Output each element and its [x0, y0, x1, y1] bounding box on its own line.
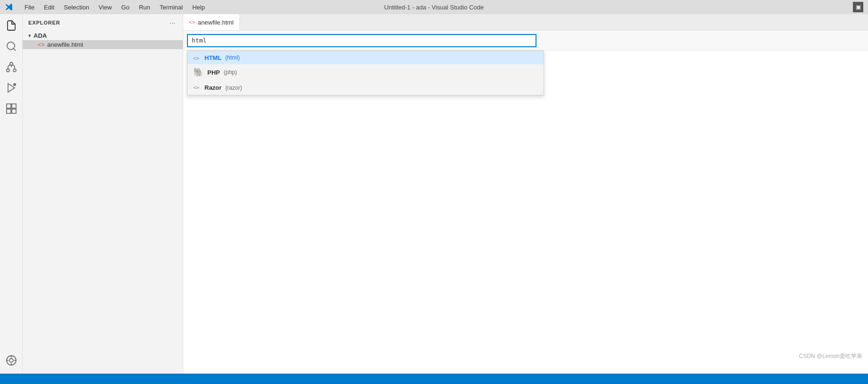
html-lang-icon: <>: [193, 54, 201, 61]
menu-view[interactable]: View: [95, 3, 116, 12]
line-numbers: 1: [183, 52, 206, 374]
window-maximize-btn[interactable]: ▣: [853, 2, 863, 12]
svg-text:<>: <>: [193, 85, 200, 91]
php-lang-icon: 🐘: [193, 67, 204, 77]
svg-rect-8: [12, 104, 16, 108]
tree-folder-ada[interactable]: ▾ ADA: [23, 31, 183, 40]
sidebar: EXPLORER ··· ▾ ADA <> anewfile.html: [23, 14, 183, 374]
titlebar-menu: File Edit Selection View Go Run Terminal…: [21, 3, 209, 12]
vscode-logo-icon: [5, 3, 13, 11]
svg-rect-10: [12, 109, 16, 113]
activity-search[interactable]: [2, 37, 21, 56]
menu-selection[interactable]: Selection: [60, 3, 93, 12]
code-area[interactable]: Select a language to get started. Start …: [206, 52, 868, 374]
activity-settings[interactable]: [2, 351, 21, 370]
menu-edit[interactable]: Edit: [40, 3, 58, 12]
activity-bar: [0, 14, 23, 374]
svg-point-12: [9, 358, 13, 362]
sidebar-title: EXPLORER: [28, 20, 60, 26]
sidebar-more-btn[interactable]: ···: [168, 18, 177, 27]
titlebar: File Edit Selection View Go Run Terminal…: [0, 0, 868, 14]
svg-rect-7: [7, 104, 11, 108]
html-file-icon: <>: [38, 42, 44, 48]
svg-rect-9: [7, 109, 11, 113]
editor-content: 1 Select a language to get started. Star…: [183, 51, 868, 374]
tree-file-anewfile[interactable]: <> anewfile.html: [23, 40, 183, 49]
dropdown-item-html[interactable]: <> HTML (html): [187, 51, 544, 64]
menu-help[interactable]: Help: [188, 3, 209, 12]
menu-file[interactable]: File: [21, 3, 38, 12]
language-dropdown: <> HTML (html) 🐘 PHP (php) <>: [187, 51, 544, 95]
tab-label: anewfile.html: [198, 19, 234, 26]
tab-anewfile[interactable]: <> anewfile.html: [183, 14, 240, 30]
php-lang-ext: (php): [224, 69, 237, 76]
folder-name: ADA: [34, 32, 47, 39]
html-lang-ext: (html): [225, 54, 240, 61]
sidebar-actions: ···: [168, 18, 177, 27]
dropdown-item-razor[interactable]: <> Razor (razor): [187, 80, 544, 95]
language-search-input[interactable]: [187, 34, 536, 47]
php-lang-name: PHP: [207, 69, 220, 76]
razor-lang-icon: <>: [193, 83, 201, 92]
menu-run[interactable]: Run: [135, 3, 154, 12]
activity-run-debug[interactable]: [2, 78, 21, 97]
razor-lang-name: Razor: [204, 84, 221, 91]
svg-line-1: [13, 49, 15, 51]
html-lang-name: HTML: [204, 54, 221, 61]
menu-terminal[interactable]: Terminal: [156, 3, 187, 12]
svg-point-6: [13, 83, 16, 86]
titlebar-right: ▣: [853, 2, 863, 12]
editor-area: <> anewfile.html <> HTML (html): [183, 14, 868, 374]
svg-text:<>: <>: [193, 55, 200, 61]
menu-go[interactable]: Go: [118, 3, 133, 12]
tree-file-label: <> anewfile.html: [28, 41, 83, 48]
activity-source-control[interactable]: [2, 58, 21, 77]
file-name: anewfile.html: [47, 41, 83, 48]
window-title: Untitled-1 - ada - Visual Studio Code: [384, 4, 484, 11]
watermark: CSDN @Lemon爱吃苹果: [799, 352, 862, 360]
dropdown-item-php[interactable]: 🐘 PHP (php): [187, 64, 544, 80]
main-layout: EXPLORER ··· ▾ ADA <> anewfile.html <> a…: [0, 14, 868, 374]
razor-lang-ext: (razor): [225, 85, 242, 91]
svg-point-0: [7, 42, 15, 50]
activity-extensions[interactable]: [2, 99, 21, 118]
status-bar: [0, 374, 868, 384]
activity-explorer[interactable]: [2, 16, 21, 35]
svg-point-3: [7, 69, 9, 72]
activity-bottom: [2, 351, 21, 374]
sidebar-header: EXPLORER ···: [23, 14, 183, 31]
chevron-down-icon: ▾: [28, 33, 31, 38]
tab-bar: <> anewfile.html: [183, 14, 868, 31]
language-select-bar: <> HTML (html) 🐘 PHP (php) <>: [183, 31, 868, 51]
titlebar-left: File Edit Selection View Go Run Terminal…: [5, 3, 209, 12]
tree-folder-label: ▾ ADA: [28, 32, 47, 39]
tab-file-icon: <>: [189, 19, 195, 25]
svg-point-4: [13, 69, 16, 72]
